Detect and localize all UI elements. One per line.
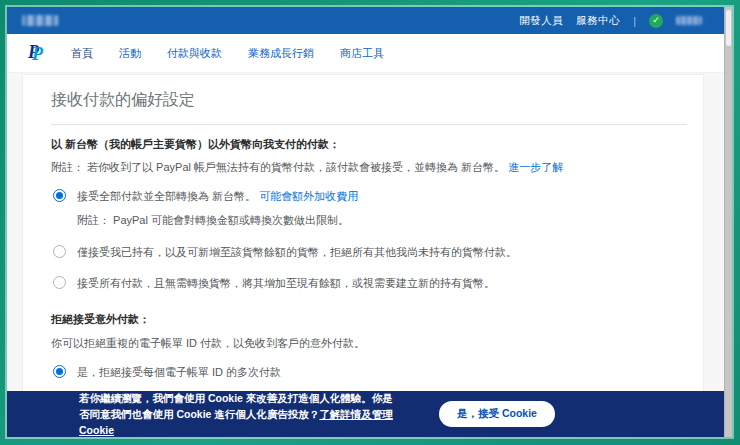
developer-link[interactable]: 開發人員 [519,14,563,28]
block-section-description: 你可以拒絕重複的電子帳單 ID 付款，以免收到客戶的意外付款。 [51,336,691,352]
nav-item-pay-receive[interactable]: 付款與收款 [167,46,222,61]
currency-section-heading: 以 新台幣（我的帳戶主要貨幣）以外貨幣向我支付的付款： [51,137,691,152]
top-bar: 開發人員 服務中心 | ✓ [7,7,732,34]
cookie-banner-text: 若你繼續瀏覽，我們會使用 Cookie 來改善及打造個人化體驗。你是否同意我們也… [79,390,397,437]
title-divider [51,124,687,125]
radio-label: 接受全部付款並全部轉換為 新台幣。 [77,190,259,202]
accept-cookies-button[interactable]: 是，接受 Cookie [439,401,555,427]
currency-section-note: 附註： 若你收到了以 PayPal 帳戶無法持有的貨幣付款，該付款會被接受，並轉… [51,160,691,176]
block-section-heading: 拒絕接受意外付款： [51,312,691,327]
nav-item-growth-marketing[interactable]: 業務成長行銷 [248,46,314,61]
radio-option-no-convert[interactable]: 接受所有付款，且無需轉換貨幣，將其增加至現有餘額，或視需要建立新的持有貨幣。 [53,276,691,291]
help-center-link[interactable]: 服務中心 [576,14,620,28]
main-nav: PP 首頁 活動 付款與收款 業務成長行銷 商店工具 [7,34,732,73]
radio-icon[interactable] [53,276,66,289]
radio-label: 接受所有付款，且無需轉換貨幣，將其增加至現有餘額，或視需要建立新的持有貨幣。 [77,276,495,291]
app-window: 開發人員 服務中心 | ✓ PP 首頁 活動 付款與收款 業務成長行銷 商店工具… [7,7,732,437]
currency-note-text: 附註： 若你收到了以 PayPal 帳戶無法持有的貨幣付款，該付款會被接受，並轉… [51,161,508,173]
vertical-scrollbar[interactable] [724,7,732,437]
settings-card: 接收付款的偏好設定 以 新台幣（我的帳戶主要貨幣）以外貨幣向我支付的付款： 附註… [22,74,704,391]
redacted-username[interactable] [676,16,702,25]
radio-option-convert-all[interactable]: 接受全部付款並全部轉換為 新台幣。 可能會額外加收費用 [53,189,691,204]
conversion-limit-note: 附註： PayPal 可能會對轉換金額或轉換次數做出限制。 [77,213,691,228]
cookie-consent-banner: 若你繼續瀏覽，我們會使用 Cookie 來改善及打造個人化體驗。你是否同意我們也… [7,391,732,437]
main-area: 接收付款的偏好設定 以 新台幣（我的帳戶主要貨幣）以外貨幣向我支付的付款： 附註… [7,73,732,391]
radio-icon[interactable] [53,245,66,258]
scrollbar-thumb[interactable] [726,10,731,46]
nav-item-store-tools[interactable]: 商店工具 [340,46,384,61]
radio-label: 僅接受我已持有，以及可新增至該貨幣餘額的貨幣，拒絕所有其他我尚未持有的貨幣付款。 [77,245,517,260]
verified-badge-icon: ✓ [649,14,663,28]
radio-option-block-duplicates[interactable]: 是，拒絕接受每個電子帳單 ID 的多次付款 [53,365,691,380]
topbar-separator: | [633,15,636,27]
page-title: 接收付款的偏好設定 [51,90,691,111]
nav-item-activity[interactable]: 活動 [119,46,141,61]
extra-fee-link[interactable]: 可能會額外加收費用 [259,190,358,202]
radio-icon[interactable] [53,189,66,202]
radio-option-held-only[interactable]: 僅接受我已持有，以及可新增至該貨幣餘額的貨幣，拒絕所有其他我尚未持有的貨幣付款。 [53,245,691,260]
radio-label: 是，拒絕接受每個電子帳單 ID 的多次付款 [77,365,281,380]
paypal-logo-icon[interactable]: PP [28,43,45,63]
nav-item-home[interactable]: 首頁 [71,46,93,61]
learn-more-link[interactable]: 進一步了解 [508,161,563,173]
redacted-store-logo [22,15,58,26]
radio-icon[interactable] [53,365,66,378]
